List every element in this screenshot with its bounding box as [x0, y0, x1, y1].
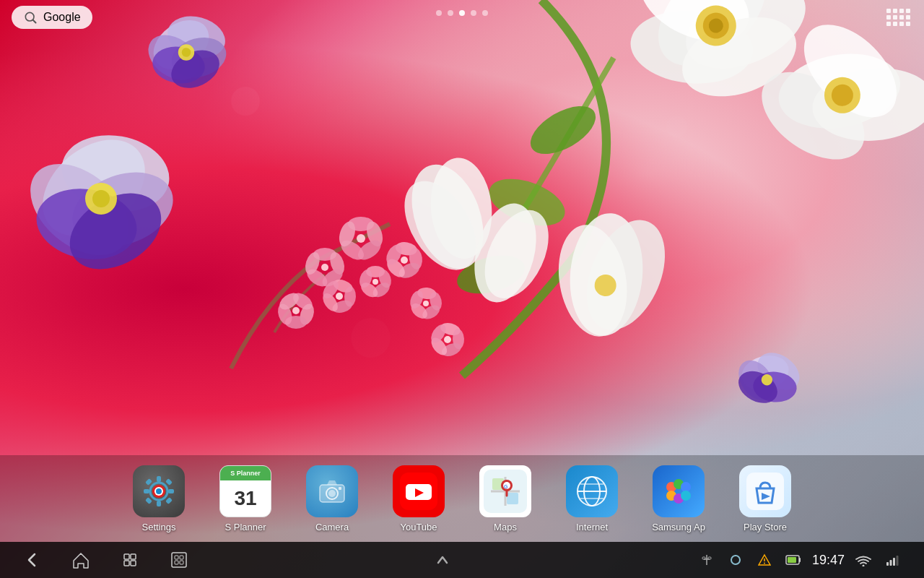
- back-button[interactable]: [22, 550, 42, 570]
- svg-rect-136: [746, 473, 784, 510]
- home-button[interactable]: [71, 550, 91, 570]
- google-label: Google: [43, 11, 81, 24]
- top-bar: Google: [0, 0, 924, 35]
- time-display: 19:47: [812, 553, 845, 568]
- settings-icon: [133, 465, 185, 517]
- playstore-icon: [739, 465, 791, 517]
- nav-bar: 19:47: [0, 542, 924, 578]
- svg-rect-100: [157, 476, 161, 482]
- grid-icon: [886, 9, 910, 26]
- svg-rect-102: [144, 489, 149, 493]
- svg-rect-141: [131, 561, 136, 566]
- youtube-app[interactable]: YouTube: [379, 465, 458, 532]
- camera-label: Camera: [315, 522, 349, 532]
- svg-rect-142: [172, 553, 186, 567]
- page-dot-3[interactable]: [459, 10, 465, 16]
- dock: Settings S Planner 31 S Planner Camera: [0, 455, 924, 542]
- splanner-icon: S Planner 31: [219, 465, 271, 517]
- google-search[interactable]: Google: [12, 6, 92, 29]
- page-dots: [436, 10, 488, 16]
- svg-rect-159: [889, 560, 892, 566]
- apps-grid-button[interactable]: [884, 3, 912, 32]
- signal-icon: [882, 550, 902, 570]
- svg-rect-155: [799, 558, 801, 562]
- svg-rect-138: [124, 554, 129, 559]
- wifi-icon: [853, 550, 873, 570]
- svg-rect-149: [702, 557, 705, 559]
- screenshot-button[interactable]: [169, 550, 189, 570]
- svg-point-110: [156, 488, 162, 494]
- svg-rect-143: [175, 556, 178, 559]
- nav-center: [432, 550, 453, 570]
- svg-rect-140: [124, 561, 129, 566]
- svg-rect-121: [507, 493, 518, 504]
- samsung-label: Samsung Ap: [652, 522, 705, 532]
- svg-rect-156: [788, 557, 796, 563]
- splanner-date: 31: [220, 480, 271, 517]
- svg-rect-139: [131, 554, 136, 559]
- maps-label: Maps: [494, 522, 517, 532]
- svg-rect-150: [708, 557, 711, 559]
- svg-rect-106: [145, 497, 152, 504]
- internet-label: Internet: [576, 522, 608, 532]
- recent-apps-button[interactable]: [120, 550, 140, 570]
- samsung-icon: [653, 465, 705, 517]
- samsung-apps-app[interactable]: Samsung Ap: [639, 465, 718, 532]
- camera-icon: [306, 465, 358, 517]
- svg-rect-145: [175, 561, 178, 564]
- splanner-app[interactable]: S Planner 31 S Planner: [206, 465, 285, 532]
- search-icon: [23, 10, 38, 25]
- splanner-label: S Planner: [225, 522, 266, 532]
- svg-point-135: [681, 491, 691, 501]
- playstore-label: Play Store: [744, 522, 787, 532]
- svg-line-97: [33, 20, 36, 23]
- maps-app[interactable]: G Maps: [466, 465, 545, 532]
- svg-point-153: [764, 563, 765, 564]
- page-dot-4[interactable]: [471, 10, 476, 16]
- svg-rect-101: [157, 501, 161, 506]
- svg-rect-144: [180, 556, 183, 559]
- hide-keyboard-button[interactable]: [432, 550, 453, 570]
- svg-rect-107: [165, 497, 173, 504]
- svg-rect-146: [180, 561, 183, 564]
- svg-rect-115: [339, 487, 341, 490]
- svg-rect-103: [168, 489, 174, 493]
- page-dot-5[interactable]: [482, 10, 488, 16]
- sync-icon: [725, 550, 746, 570]
- camera-app[interactable]: Camera: [292, 465, 372, 532]
- page-dot-1[interactable]: [436, 10, 442, 16]
- svg-rect-160: [893, 558, 895, 566]
- settings-label: Settings: [142, 522, 176, 532]
- svg-rect-161: [896, 556, 898, 566]
- svg-point-157: [862, 565, 864, 567]
- youtube-icon: [393, 465, 445, 517]
- internet-icon: [566, 465, 618, 517]
- internet-app[interactable]: Internet: [552, 465, 632, 532]
- svg-rect-158: [886, 562, 889, 566]
- youtube-label: YouTube: [400, 522, 437, 532]
- settings-app[interactable]: Settings: [119, 465, 199, 532]
- maps-icon: G: [479, 465, 531, 517]
- svg-rect-104: [145, 478, 152, 486]
- nav-left: [22, 550, 189, 570]
- svg-rect-105: [165, 478, 173, 486]
- page-dot-2[interactable]: [448, 10, 453, 16]
- battery-icon: [783, 550, 803, 570]
- usb-icon: [697, 550, 717, 570]
- nav-right: 19:47: [697, 550, 902, 570]
- playstore-app[interactable]: Play Store: [725, 465, 805, 532]
- svg-point-132: [681, 482, 691, 492]
- svg-point-114: [328, 490, 336, 497]
- alert-icon: [754, 550, 775, 570]
- svg-text:G: G: [504, 484, 508, 489]
